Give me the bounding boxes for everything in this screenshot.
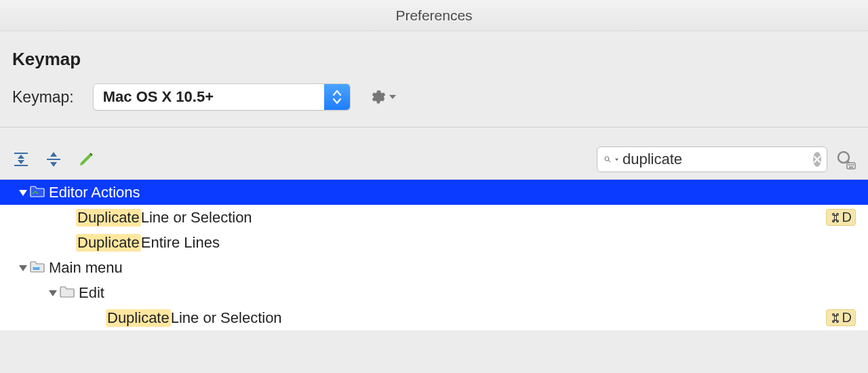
tree-action-row[interactable]: Duplicate Line or SelectionD	[0, 205, 868, 230]
tree-action-label: Duplicate Line or Selection	[106, 309, 282, 327]
tree-group-row[interactable]: Editor Actions	[0, 180, 868, 205]
search-input[interactable]	[623, 151, 809, 168]
svg-rect-8	[848, 164, 850, 165]
svg-rect-1	[14, 165, 28, 166]
panel-body: Keymap Keymap: Mac OS X 10.5+	[0, 31, 868, 111]
disclosure-triangle-icon[interactable]	[46, 289, 60, 297]
collapse-all-icon	[45, 151, 62, 168]
tree-group-label: Editor Actions	[49, 184, 140, 201]
disclosure-triangle-icon[interactable]	[16, 264, 30, 272]
edit-shortcut-button[interactable]	[77, 151, 95, 168]
svg-line-4	[609, 161, 611, 163]
gear-icon	[370, 88, 387, 106]
tree-action-row[interactable]: Duplicate Line or SelectionD	[0, 305, 868, 330]
tree-group-row[interactable]: Main menu	[0, 255, 868, 280]
window-title: Preferences	[395, 7, 472, 24]
search-input-container[interactable]	[597, 146, 827, 172]
tree-group-label: Main menu	[49, 259, 123, 277]
close-icon	[813, 155, 821, 163]
select-stepper-icon	[324, 84, 350, 110]
pencil-icon	[77, 151, 95, 168]
svg-rect-13	[33, 266, 40, 267]
folder-icon	[30, 259, 45, 277]
page-title: Keymap	[12, 49, 856, 70]
window-titlebar: Preferences	[0, 0, 868, 31]
keymap-select[interactable]: Mac OS X 10.5+	[93, 83, 351, 111]
shortcut-badge: D	[826, 209, 856, 226]
keymap-row: Keymap: Mac OS X 10.5+	[12, 83, 856, 111]
disclosure-triangle-icon[interactable]	[16, 189, 30, 197]
clear-search-button[interactable]	[813, 152, 821, 167]
tree-action-label: Duplicate Entire Lines	[76, 234, 220, 252]
svg-point-3	[605, 157, 609, 161]
shortcut-badge: D	[826, 309, 856, 326]
svg-rect-10	[852, 164, 854, 165]
keymap-label: Keymap:	[12, 88, 74, 106]
expand-all-button[interactable]	[12, 151, 30, 168]
keymap-toolbar	[0, 127, 868, 179]
search-options-icon[interactable]	[615, 157, 618, 162]
chevron-down-icon	[389, 94, 397, 100]
folder-icon	[30, 184, 45, 201]
svg-rect-2	[47, 159, 60, 160]
collapse-all-button[interactable]	[45, 151, 62, 168]
expand-all-icon	[12, 151, 30, 168]
keymap-actions-button[interactable]	[370, 88, 397, 106]
tree-action-row[interactable]: Duplicate Entire Lines	[0, 230, 868, 255]
find-shortcut-icon	[835, 149, 856, 170]
svg-rect-0	[14, 153, 28, 154]
svg-rect-7	[847, 163, 855, 169]
search-icon	[604, 153, 611, 166]
tree-action-label: Duplicate Line or Selection	[76, 209, 252, 227]
tree-group-label: Edit	[79, 284, 104, 302]
keymap-selected-value: Mac OS X 10.5+	[103, 88, 214, 106]
svg-rect-9	[850, 164, 852, 165]
folder-icon	[60, 284, 75, 302]
action-tree[interactable]: Editor ActionsDuplicate Line or Selectio…	[0, 179, 868, 330]
find-by-shortcut-button[interactable]	[835, 149, 856, 170]
svg-rect-11	[849, 167, 853, 168]
tree-group-row[interactable]: Edit	[0, 280, 868, 305]
